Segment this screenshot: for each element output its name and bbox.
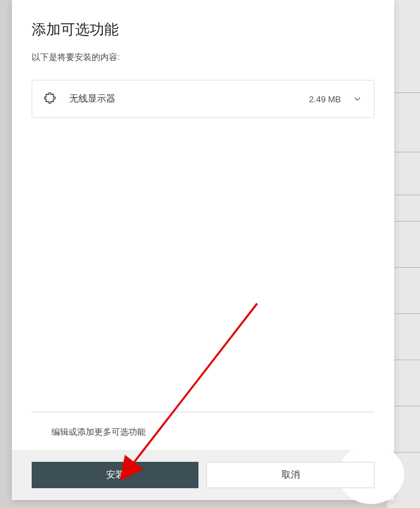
dialog-subtitle: 以下是将要安装的内容: [32,51,375,63]
dialog-title: 添加可选功能 [32,20,375,40]
feature-list: 无线显示器 2.49 MB [12,70,394,412]
add-optional-features-dialog: 添加可选功能 以下是将要安装的内容: 无线显示器 2.49 MB 编辑或添加更多… [12,0,394,500]
edit-section: 编辑或添加更多可选功能 [32,412,375,450]
feature-name: 无线显示器 [69,93,309,105]
feature-item-wireless-display[interactable]: 无线显示器 2.49 MB [32,80,375,118]
edit-more-features-link[interactable]: 编辑或添加更多可选功能 [51,427,146,437]
puzzle-icon [44,92,57,106]
cancel-button[interactable]: 取消 [206,462,375,488]
install-button[interactable]: 安装 [32,462,198,488]
dialog-footer: 安装 取消 [12,450,394,500]
chevron-down-icon [353,94,362,104]
dialog-header: 添加可选功能 以下是将要安装的内容: [12,0,394,70]
feature-size: 2.49 MB [309,94,341,104]
